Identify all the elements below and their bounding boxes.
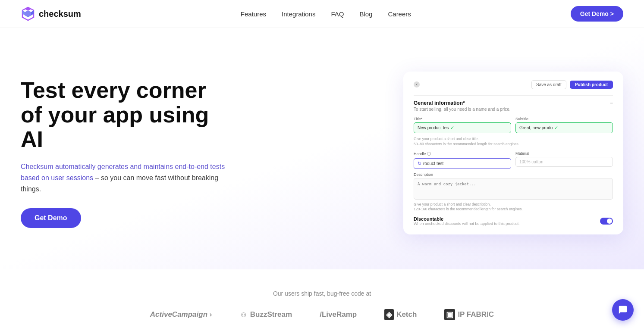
chat-button[interactable] bbox=[612, 299, 634, 321]
mock-material-label: Material bbox=[515, 151, 613, 156]
mock-description-field: Description bbox=[414, 172, 613, 200]
nav-careers[interactable]: Careers bbox=[388, 10, 411, 18]
mock-discountable-row: Discountable When unchecked discounts wi… bbox=[414, 216, 613, 226]
nav-features[interactable]: Features bbox=[241, 10, 266, 18]
mock-material-input[interactable]: 100% cotton bbox=[515, 157, 613, 167]
nav-faq[interactable]: FAQ bbox=[331, 10, 344, 18]
nav-right: Get Demo > bbox=[571, 6, 623, 22]
mock-title-field: Title* New product tes ✓ bbox=[414, 117, 511, 133]
mock-description-label: Description bbox=[414, 172, 613, 177]
mock-ui-card: × Save as draft Publish product General … bbox=[403, 72, 623, 235]
clients-tagline: Our users ship fast, bug-free code at bbox=[21, 290, 623, 297]
mock-section-subtitle: To start selling, all you need is a name… bbox=[414, 107, 613, 112]
title-check-icon: ✓ bbox=[450, 125, 454, 131]
hero-section: Test every corner of your app using AI C… bbox=[0, 28, 644, 269]
mock-divider-top bbox=[414, 95, 613, 96]
mock-topbar: × Save as draft Publish product bbox=[414, 80, 613, 89]
hero-mockui: × Save as draft Publish product General … bbox=[228, 72, 623, 235]
mock-handle-material-row: Handle ⓘ ↻ roduct-test Material 100% cot… bbox=[414, 151, 613, 169]
mock-section-header: General information* − bbox=[414, 100, 613, 106]
hero-title: Test every corner of your app using AI bbox=[21, 78, 228, 152]
nav-get-demo-button[interactable]: Get Demo > bbox=[571, 6, 623, 22]
chat-icon bbox=[618, 305, 628, 315]
buzzstream-icon: ☺ bbox=[239, 310, 247, 319]
logo-icon bbox=[21, 6, 35, 21]
nav-integrations[interactable]: Integrations bbox=[282, 10, 315, 18]
logo-link[interactable]: checksum bbox=[21, 6, 81, 21]
liveramp-name: /LiveRamp bbox=[320, 310, 357, 319]
activecampaign-name: ActiveCampaign › bbox=[150, 310, 212, 319]
mock-discountable-desc: When unchecked discounts will not be app… bbox=[414, 222, 520, 226]
mock-title-subtitle-row: Title* New product tes ✓ Subtitle Great,… bbox=[414, 117, 613, 133]
mock-description-textarea[interactable] bbox=[414, 178, 613, 200]
client-logo-ketch: ◈ Ketch bbox=[384, 309, 417, 320]
mock-publish-button[interactable]: Publish product bbox=[570, 81, 613, 89]
ketch-icon: ◈ bbox=[384, 309, 394, 320]
ipfabric-name: IP FABRIC bbox=[458, 310, 494, 319]
ipfabric-icon: ▣ bbox=[444, 309, 455, 320]
mock-discountable-toggle[interactable] bbox=[600, 218, 613, 225]
mock-handle-input[interactable]: ↻ roduct-test bbox=[414, 158, 511, 169]
ketch-name: Ketch bbox=[396, 310, 417, 319]
mock-subtitle-input[interactable]: Great, new produ ✓ bbox=[515, 122, 613, 133]
hero-get-demo-button[interactable]: Get Demo bbox=[21, 208, 81, 228]
nav-links: Features Integrations FAQ Blog Careers bbox=[241, 10, 411, 18]
client-logo-ipfabric: ▣ IP FABRIC bbox=[444, 309, 494, 320]
mock-subtitle-label: Subtitle bbox=[515, 117, 613, 121]
mock-discountable-label: Discountable bbox=[414, 216, 520, 222]
nav-blog[interactable]: Blog bbox=[359, 10, 372, 18]
mock-discountable-text: Discountable When unchecked discounts wi… bbox=[414, 216, 520, 226]
buzzstream-name: BuzzStream bbox=[250, 310, 292, 319]
mock-description-hint: Give your product a short and clear desc… bbox=[414, 202, 613, 212]
mock-section-title: General information* bbox=[414, 100, 465, 106]
mock-handle-label: Handle ⓘ bbox=[414, 151, 511, 157]
client-logo-buzzstream: ☺ BuzzStream bbox=[239, 310, 292, 319]
handle-spin-icon: ↻ bbox=[418, 161, 421, 166]
clients-section: Our users ship fast, bug-free code at Ac… bbox=[0, 269, 644, 331]
hero-text: Test every corner of your app using AI C… bbox=[21, 78, 228, 228]
mock-material-field: Material 100% cotton bbox=[515, 151, 613, 169]
mock-subtitle-value: Great, new produ bbox=[519, 125, 553, 130]
client-logo-activecampaign: ActiveCampaign › bbox=[150, 310, 212, 319]
mock-topbar-actions: Save as draft Publish product bbox=[531, 80, 613, 89]
navbar: checksum Features Integrations FAQ Blog … bbox=[0, 0, 644, 28]
svg-marker-1 bbox=[25, 10, 31, 17]
mock-title-label: Title* bbox=[414, 117, 511, 121]
clients-logos: ActiveCampaign › ☺ BuzzStream /LiveRamp … bbox=[21, 309, 623, 320]
svg-marker-2 bbox=[25, 7, 31, 11]
mock-save-draft-button[interactable]: Save as draft bbox=[531, 80, 566, 89]
logo-text: checksum bbox=[39, 9, 81, 19]
client-logo-liveramp: /LiveRamp bbox=[320, 310, 357, 319]
mock-title-value: New product tes bbox=[418, 125, 449, 130]
mock-handle-value: roduct-test bbox=[423, 161, 443, 166]
mock-close-button[interactable]: × bbox=[414, 81, 420, 87]
mock-title-hint: Give your product a short and clear titl… bbox=[414, 137, 613, 147]
hero-subtitle: Checksum automatically generates and mai… bbox=[21, 161, 228, 194]
mock-collapse-icon[interactable]: − bbox=[610, 100, 613, 106]
mock-subtitle-field: Subtitle Great, new produ ✓ bbox=[515, 117, 613, 133]
mock-handle-field: Handle ⓘ ↻ roduct-test bbox=[414, 151, 511, 169]
mock-title-input[interactable]: New product tes ✓ bbox=[414, 122, 511, 133]
subtitle-check-icon: ✓ bbox=[554, 125, 558, 131]
mock-material-placeholder: 100% cotton bbox=[519, 159, 543, 164]
